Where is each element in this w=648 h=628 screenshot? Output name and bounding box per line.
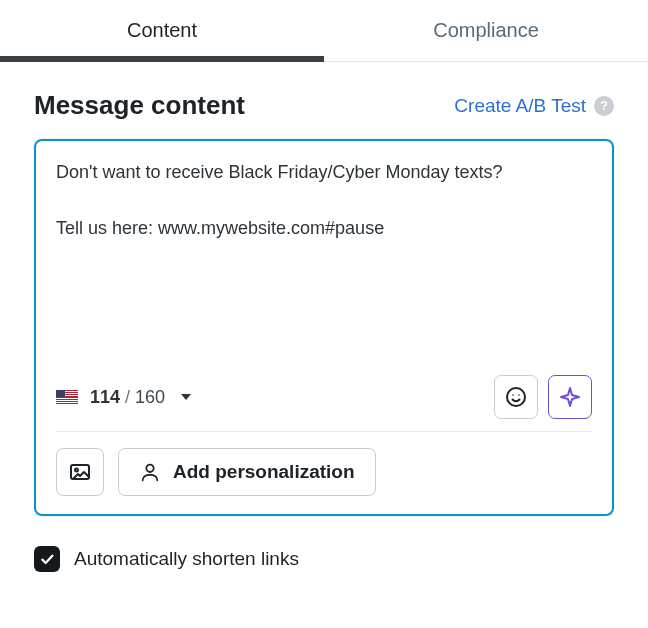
char-count-current: 114 [90, 387, 120, 407]
message-content-section: Message content Create A/B Test ? Don't … [0, 62, 648, 516]
shorten-links-checkbox[interactable] [34, 546, 60, 572]
svg-point-4 [75, 469, 78, 472]
svg-point-5 [146, 465, 153, 472]
tab-content-label: Content [127, 19, 197, 42]
chevron-down-icon [181, 394, 191, 400]
help-icon[interactable]: ? [594, 96, 614, 116]
section-title: Message content [34, 90, 245, 121]
ai-sparkle-button[interactable] [548, 375, 592, 419]
shorten-links-option: Automatically shorten links [0, 516, 648, 596]
svg-point-1 [512, 394, 514, 396]
char-count-slash: / [125, 387, 130, 407]
create-ab-test-link[interactable]: Create A/B Test [454, 95, 586, 117]
svg-point-0 [507, 388, 525, 406]
image-icon [68, 460, 92, 484]
sparkle-icon [558, 385, 582, 409]
smiley-icon [504, 385, 528, 409]
ab-test-wrap: Create A/B Test ? [454, 95, 614, 117]
editor-action-icons [494, 375, 592, 419]
section-header: Message content Create A/B Test ? [34, 90, 614, 121]
tabs: Content Compliance [0, 0, 648, 62]
counter-row: 114 / 160 [56, 369, 592, 432]
shorten-links-label: Automatically shorten links [74, 548, 299, 570]
editor-toolbar: Add personalization [56, 432, 592, 496]
add-image-button[interactable] [56, 448, 104, 496]
tab-content[interactable]: Content [0, 0, 324, 61]
message-textarea[interactable]: Don't want to receive Black Friday/Cyber… [56, 159, 592, 369]
add-personalization-button[interactable]: Add personalization [118, 448, 376, 496]
tab-compliance[interactable]: Compliance [324, 0, 648, 61]
check-icon [39, 551, 55, 567]
add-personalization-label: Add personalization [173, 461, 355, 483]
message-editor: Don't want to receive Black Friday/Cyber… [34, 139, 614, 516]
person-icon [139, 461, 161, 483]
us-flag-icon [56, 390, 78, 404]
tab-compliance-label: Compliance [433, 19, 539, 42]
svg-point-2 [518, 394, 520, 396]
char-counter[interactable]: 114 / 160 [56, 387, 191, 408]
emoji-button[interactable] [494, 375, 538, 419]
char-count-max: 160 [135, 387, 165, 407]
